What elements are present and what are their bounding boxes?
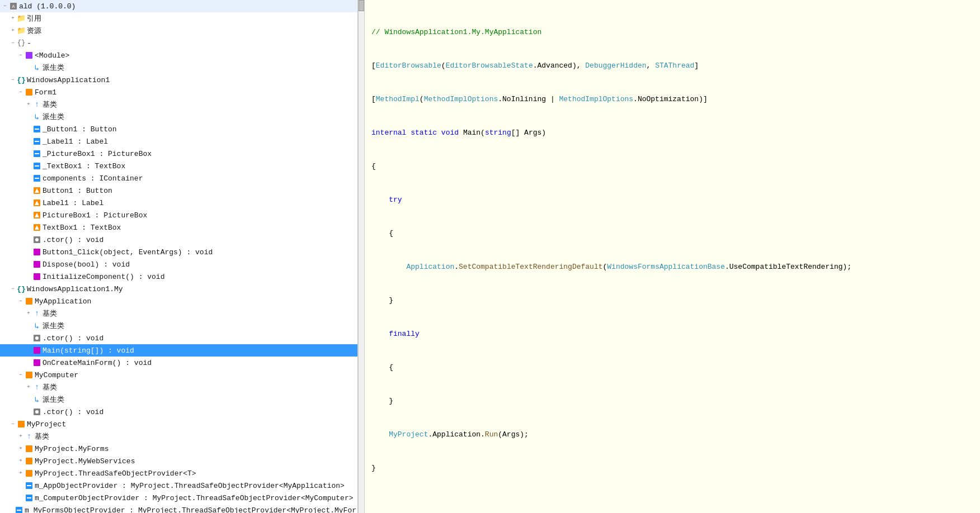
base-icon4: ↑ <box>25 432 34 441</box>
expand-resources[interactable]: + <box>9 27 17 35</box>
tree-mycomputer-label: MyComputer <box>35 371 78 379</box>
tree-ns-my[interactable]: − {} WindowsApplication1.My <box>0 283 357 295</box>
code-line-12: } <box>371 396 973 407</box>
tree-view[interactable]: − A ald (1.0.0.0) + 📁 引用 + 📁 资源 − {} - −… <box>0 0 358 513</box>
expand-mycomp-base[interactable]: + <box>25 383 32 391</box>
tree-mycomp-base[interactable]: + ↑ 基类 <box>0 381 357 393</box>
expand-form1-base[interactable]: + <box>25 101 32 108</box>
tree-derived1-label: 派生类 <box>43 63 64 73</box>
expand-initcomp <box>25 273 32 281</box>
tree-main-method[interactable]: Main(string[]) : void <box>0 344 357 357</box>
tree-form1-base[interactable]: + ↑ 基类 <box>0 98 357 111</box>
tree-myproject[interactable]: − MyProject <box>0 418 357 430</box>
tree-mycomp-derived[interactable]: ↳ 派生类 <box>0 393 357 406</box>
expand-mywebservices[interactable]: + <box>17 457 25 465</box>
tree-components-label: components : IContainer <box>43 174 143 183</box>
splitter[interactable] <box>358 0 365 513</box>
expand-mycomputer[interactable]: − <box>17 371 25 379</box>
tree-appobj[interactable]: m_AppObjectProvider : MyProject.ThreadSa… <box>0 479 357 492</box>
expand-myapp[interactable]: − <box>17 297 25 305</box>
tree-threadsafe[interactable]: + MyProject.ThreadSafeObjectProvider<T> <box>0 467 357 479</box>
tree-myapp-base[interactable]: + ↑ 基类 <box>0 307 357 320</box>
expand-form1-derived[interactable] <box>25 113 32 121</box>
tree-root[interactable]: − A ald (1.0.0.0) <box>0 0 357 12</box>
expand-ctor2 <box>25 334 32 342</box>
expand-braces[interactable]: − <box>9 39 17 47</box>
expand-refs[interactable]: + <box>9 15 17 22</box>
tree-mywebservices[interactable]: + MyProject.MyWebServices <box>0 455 357 467</box>
tree-ns1-label: WindowsApplication1 <box>27 76 110 84</box>
tree-picturebox1-prop[interactable]: PictureBox1 : PictureBox <box>0 209 357 221</box>
expand-oncreate <box>25 359 32 367</box>
expand-myproject[interactable]: − <box>9 420 17 428</box>
code-line-3: [MethodImpl(MethodImplOptions.NoInlining… <box>371 94 973 105</box>
tree-picturebox1-label: _PictureBox1 : PictureBox <box>43 150 152 158</box>
method-icon3 <box>32 272 41 281</box>
expand-myforms[interactable]: + <box>17 445 25 453</box>
svg-rect-24 <box>34 249 40 255</box>
svg-rect-35 <box>18 421 25 428</box>
field-icon1 <box>32 125 41 134</box>
main-method-icon <box>32 346 41 355</box>
tree-textbox1-prop[interactable]: TextBox1 : TextBox <box>0 221 357 234</box>
base-icon1: ↑ <box>32 100 41 109</box>
svg-rect-44 <box>17 510 21 511</box>
tree-form1-derived[interactable]: ↳ 派生类 <box>0 111 357 123</box>
tree-mycomputer[interactable]: − MyComputer <box>0 369 357 381</box>
tree-ctor3[interactable]: .ctor() : void <box>0 406 357 418</box>
tree-myapp[interactable]: − MyApplication <box>0 295 357 307</box>
expand-root[interactable]: − <box>1 2 9 10</box>
tree-button1-field[interactable]: _Button1 : Button <box>0 123 357 135</box>
code-line-14: } <box>371 463 973 474</box>
tree-ctor1[interactable]: .ctor() : void <box>0 234 357 246</box>
tree-ns1[interactable]: − {} WindowsApplication1 <box>0 74 357 86</box>
svg-rect-11 <box>35 165 39 167</box>
tree-label1-field[interactable]: _Label1 : Label <box>0 135 357 148</box>
derived1-icon: ↳ <box>32 63 41 72</box>
code-line-4: internal static void Main(string[] Args) <box>371 127 973 139</box>
tree-formsobj[interactable]: m_MyFormsObjectProvider : MyProject.Thre… <box>0 504 357 513</box>
svg-text:A: A <box>12 4 15 9</box>
expand-derived1[interactable] <box>25 64 32 72</box>
svg-rect-37 <box>26 458 32 464</box>
tree-compobj[interactable]: m_ComputerObjectProvider : MyProject.Thr… <box>0 492 357 504</box>
svg-rect-2 <box>26 52 32 59</box>
tree-ctor2[interactable]: .ctor() : void <box>0 332 357 344</box>
tree-dispose[interactable]: Dispose(bool) : void <box>0 258 357 270</box>
code-line-10: finally <box>371 329 973 340</box>
code-line-9: } <box>371 295 973 306</box>
expand-ns-my[interactable]: − <box>9 285 17 293</box>
expand-myapp-base[interactable]: + <box>25 310 32 317</box>
myforms-icon <box>25 444 34 453</box>
tree-label1-prop[interactable]: Label1 : Label <box>0 197 357 209</box>
field-icon4 <box>32 162 41 170</box>
tree-textbox1-field[interactable]: _TextBox1 : TextBox <box>0 160 357 172</box>
tree-form1[interactable]: − Form1 <box>0 86 357 98</box>
svg-rect-27 <box>26 298 32 305</box>
tree-braces[interactable]: − {} - <box>0 37 357 49</box>
expand-mycomp-derived <box>25 396 32 403</box>
tree-module[interactable]: − <Module> <box>0 49 357 61</box>
expand-threadsafe[interactable]: + <box>17 469 25 477</box>
threadsafe-icon <box>25 469 34 478</box>
tree-oncreate[interactable]: OnCreateMainForm() : void <box>0 357 357 369</box>
tree-picturebox1-field[interactable]: _PictureBox1 : PictureBox <box>0 148 357 160</box>
tree-refs[interactable]: + 📁 引用 <box>0 12 357 25</box>
expand-ns1[interactable]: − <box>9 76 17 84</box>
tree-components-field[interactable]: components : IContainer <box>0 172 357 184</box>
tree-myforms[interactable]: + MyProject.MyForms <box>0 443 357 455</box>
folder-icon-refs: 📁 <box>17 14 26 23</box>
tree-textbox1-label: _TextBox1 : TextBox <box>43 162 125 170</box>
tree-myapp-derived[interactable]: ↳ 派生类 <box>0 320 357 332</box>
expand-myproject-base[interactable]: + <box>17 433 25 440</box>
expand-ctor3 <box>25 408 32 416</box>
tree-button1-prop[interactable]: Button1 : Button <box>0 184 357 197</box>
tree-myproject-base[interactable]: + ↑ 基类 <box>0 430 357 443</box>
tree-mycomp-base-label: 基类 <box>43 382 57 392</box>
expand-form1[interactable]: − <box>17 88 25 96</box>
expand-module[interactable]: − <box>17 51 25 59</box>
tree-btn1click[interactable]: Button1_Click(object, EventArgs) : void <box>0 246 357 258</box>
tree-resources[interactable]: + 📁 资源 <box>0 25 357 37</box>
tree-initcomp[interactable]: InitializeComponent() : void <box>0 270 357 283</box>
tree-derived1[interactable]: ↳ 派生类 <box>0 61 357 74</box>
